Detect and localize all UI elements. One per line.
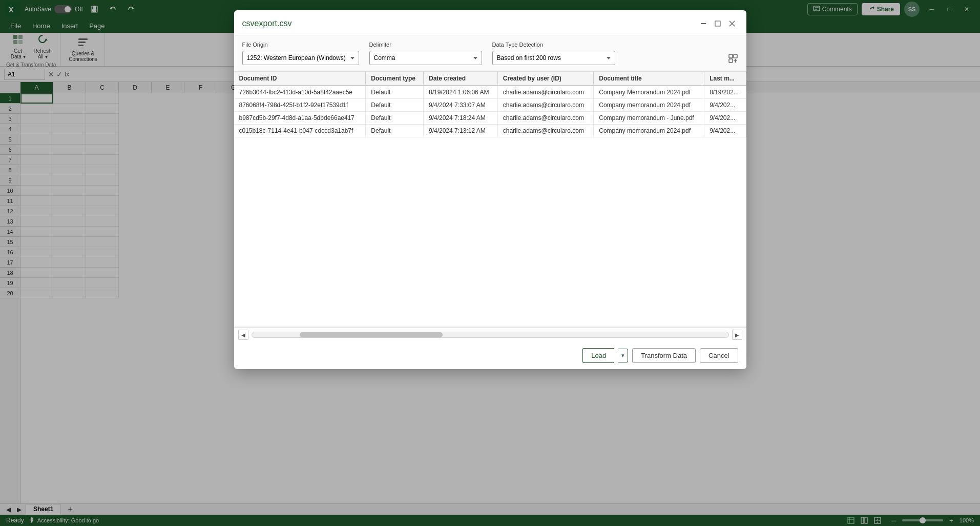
detection-label: Data Type Detection (492, 42, 615, 48)
cell-doc-id-2: 876068f4-798d-425f-b1f2-92ef17539d1f (234, 99, 366, 112)
th-document-title: Document title (594, 72, 704, 86)
cell-last-4: 9/4/202... (704, 125, 746, 137)
svg-rect-30 (729, 54, 733, 58)
scroll-track[interactable] (252, 332, 729, 338)
load-button[interactable]: Load (582, 348, 614, 363)
detection-select[interactable]: Based on first 200 rows (492, 51, 615, 65)
cancel-button[interactable]: Cancel (700, 348, 738, 363)
dialog-titlebar: csvexport.csv (234, 10, 746, 35)
dialog-footer: Load▾ Transform Data Cancel (234, 342, 746, 369)
dialog-minimize-button[interactable] (697, 17, 710, 30)
svg-rect-27 (715, 21, 720, 26)
dialog-preview: Document ID Document type Date created C… (234, 72, 746, 327)
cell-last-2: 9/4/202... (704, 99, 746, 112)
table-header-row: Document ID Document type Date created C… (234, 72, 746, 86)
cell-date-1: 8/19/2024 1:06:06 AM (424, 86, 498, 99)
table-row: 726b3044-fbc2-413d-a10d-5a8f42aaec5e Def… (234, 86, 746, 99)
cell-user-4: charlie.adams@circularo.com (497, 125, 593, 137)
detection-group: Data Type Detection Based on first 200 r… (492, 42, 615, 65)
csv-import-dialog: csvexport.csv File Origin (234, 10, 746, 369)
th-document-type: Document type (366, 72, 424, 86)
file-origin-select[interactable]: 1252: Western European (Windows) (242, 51, 359, 65)
dialog-window-controls (697, 17, 738, 30)
excel-app: X AutoSave Off Comments (0, 0, 980, 526)
th-date-created: Date created (424, 72, 498, 86)
cell-date-4: 9/4/2024 7:13:12 AM (424, 125, 498, 137)
cell-title-1: Company Memorandum 2024.pdf (594, 86, 704, 99)
file-origin-group: File Origin 1252: Western European (Wind… (242, 42, 359, 65)
th-document-id: Document ID (234, 72, 366, 86)
dialog-close-button[interactable] (726, 17, 738, 30)
cell-doc-id-1: 726b3044-fbc2-413d-a10d-5a8f42aaec5e (234, 86, 366, 99)
svg-rect-31 (734, 54, 737, 58)
cell-doc-type-2: Default (366, 99, 424, 112)
table-row: 876068f4-798d-425f-b1f2-92ef17539d1f Def… (234, 99, 746, 112)
table-row: b987cd5b-29f7-4d8d-a1aa-5dbde66ae417 Def… (234, 112, 746, 125)
dialog-title: csvexport.csv (242, 19, 292, 28)
cell-date-3: 9/4/2024 7:18:24 AM (424, 112, 498, 125)
dialog-maximize-button[interactable] (712, 17, 724, 30)
cell-date-2: 9/4/2024 7:33:07 AM (424, 99, 498, 112)
scroll-left-button[interactable]: ◀ (238, 330, 248, 340)
cell-user-3: charlie.adams@circularo.com (497, 112, 593, 125)
preview-table-wrapper[interactable]: Document ID Document type Date created C… (234, 72, 746, 137)
th-last-modified: Last m... (704, 72, 746, 86)
dialog-controls: File Origin 1252: Western European (Wind… (234, 35, 746, 72)
dialog-extra-button[interactable] (728, 53, 738, 65)
file-origin-label: File Origin (242, 42, 359, 48)
cell-title-2: Company memorandum 2024.pdf (594, 99, 704, 112)
table-row: c015b18c-7114-4e41-b047-cdccd3a1ab7f Def… (234, 125, 746, 137)
cell-title-4: Company memorandum 2024.pdf (594, 125, 704, 137)
cell-doc-id-4: c015b18c-7114-4e41-b047-cdccd3a1ab7f (234, 125, 366, 137)
preview-table: Document ID Document type Date created C… (234, 72, 746, 137)
transform-data-button[interactable]: Transform Data (632, 348, 696, 363)
delimiter-label: Delimiter (369, 42, 482, 48)
cell-last-3: 9/4/202... (704, 112, 746, 125)
cell-doc-type-3: Default (366, 112, 424, 125)
scroll-thumb (300, 332, 443, 337)
cell-user-2: charlie.adams@circularo.com (497, 99, 593, 112)
cell-doc-id-3: b987cd5b-29f7-4d8d-a1aa-5dbde66ae417 (234, 112, 366, 125)
load-dropdown-button[interactable]: ▾ (618, 349, 628, 362)
svg-rect-26 (701, 23, 706, 24)
svg-rect-32 (729, 59, 733, 63)
delimiter-group: Delimiter Comma (369, 42, 482, 65)
cell-last-1: 8/19/202... (704, 86, 746, 99)
cell-doc-type-1: Default (366, 86, 424, 99)
dialog-overlay: csvexport.csv File Origin (0, 0, 980, 526)
cell-user-1: charlie.adams@circularo.com (497, 86, 593, 99)
cell-title-3: Company memorandum - June.pdf (594, 112, 704, 125)
dialog-scrollbar-area: ◀ ▶ (234, 327, 746, 342)
th-created-by: Created by user (ID) (497, 72, 593, 86)
delimiter-select[interactable]: Comma (369, 51, 482, 65)
cell-doc-type-4: Default (366, 125, 424, 137)
scroll-right-button[interactable]: ▶ (732, 330, 742, 340)
